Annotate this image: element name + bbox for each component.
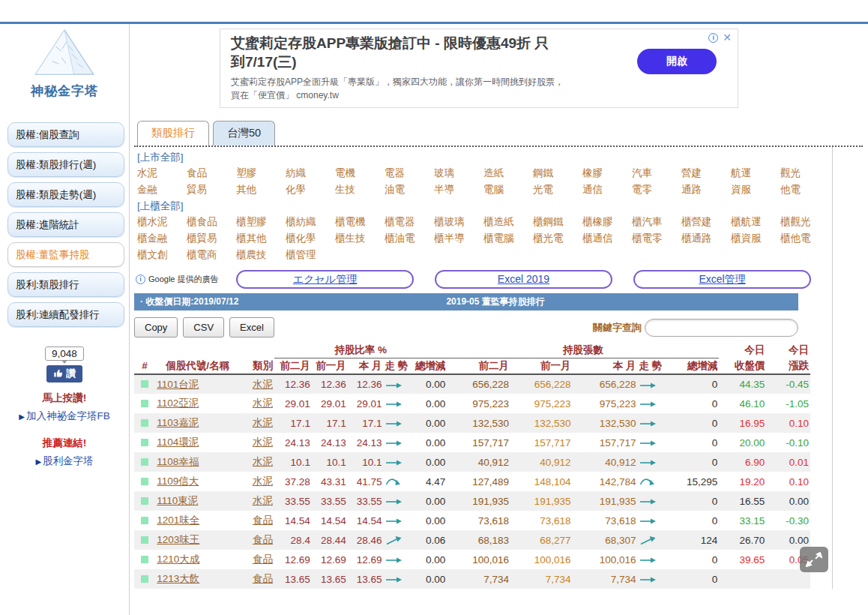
category-cell-link[interactable]: 食品 (253, 573, 273, 584)
category-link[interactable]: 營建 (681, 165, 731, 182)
row-marker-icon[interactable] (141, 400, 148, 407)
col-header-ratio-trend[interactable]: 走 勢 (384, 358, 409, 375)
col-header-ratio-m0[interactable]: 本 月 (348, 358, 384, 375)
category-cell-link[interactable]: 食品 (253, 514, 273, 526)
category-link[interactable]: 水泥 (137, 165, 187, 182)
category-link[interactable]: 塑膠 (236, 165, 286, 182)
col-header-index[interactable]: # (134, 358, 155, 375)
copy-button[interactable]: Copy (134, 317, 178, 338)
category-cell-link[interactable]: 水泥 (253, 495, 273, 506)
excel-button[interactable]: Excel (229, 317, 274, 338)
category-link[interactable]: 櫃橡膠 (582, 214, 632, 230)
col-header-category[interactable]: 類別 (240, 358, 274, 375)
category-link[interactable]: 他電 (780, 182, 830, 198)
category-link[interactable]: 通信 (582, 182, 632, 198)
expand-icon[interactable] (800, 547, 828, 572)
csv-button[interactable]: CSV (183, 317, 224, 338)
ad-open-button[interactable]: 開啟 (637, 49, 717, 74)
col-header-ratio-m1[interactable]: 前一月 (312, 358, 348, 375)
category-link[interactable]: 觀光 (780, 165, 830, 182)
category-link[interactable]: 櫃管理 (286, 247, 335, 263)
category-cell-link[interactable]: 食品 (253, 534, 273, 545)
category-link[interactable]: 櫃電機 (335, 214, 385, 230)
category-cell-link[interactable]: 水泥 (253, 417, 273, 428)
stock-link[interactable]: 1103嘉泥 (157, 417, 199, 428)
category-cell-link[interactable]: 水泥 (253, 476, 273, 487)
category-link[interactable]: 食品 (187, 165, 236, 182)
facebook-join-link[interactable]: ▶加入神祕金字塔FB (0, 410, 129, 423)
row-marker-icon[interactable] (141, 556, 148, 563)
category-link[interactable]: 櫃鋼鐵 (533, 214, 582, 230)
category-link[interactable]: 橡膠 (582, 165, 632, 182)
category-link[interactable]: 化學 (286, 182, 335, 198)
row-marker-icon[interactable] (141, 439, 148, 446)
col-header-shares-trend[interactable]: 走 勢 (638, 358, 666, 375)
ad-pill-link[interactable]: Excel管理 (633, 270, 811, 289)
category-link[interactable]: 櫃紡織 (286, 214, 335, 230)
category-link[interactable]: 櫃光電 (533, 230, 582, 247)
category-link[interactable]: 櫃水泥 (137, 214, 187, 230)
category-link[interactable]: 鋼鐵 (533, 165, 582, 182)
like-button[interactable]: 讚 (46, 365, 82, 382)
sidebar-item[interactable]: 股利:連續配發排行 (7, 302, 124, 327)
ad-pill-link[interactable]: エクセル管理 (236, 270, 414, 289)
row-marker-icon[interactable] (141, 517, 148, 524)
category-link[interactable]: 櫃電零 (632, 230, 681, 247)
category-link[interactable]: 櫃電腦 (483, 230, 533, 247)
stock-link[interactable]: 1213大飲 (157, 573, 199, 584)
category-link[interactable]: 櫃觀光 (780, 214, 830, 230)
stock-link[interactable]: 1102亞泥 (157, 398, 199, 409)
category-link[interactable]: 半導 (434, 182, 483, 198)
category-link[interactable]: 櫃半導 (434, 230, 483, 247)
category-link[interactable]: 造紙 (483, 165, 533, 182)
ad-title[interactable]: 艾蜜莉定存股APP專業版搶訂中 - 限時優惠49折 只到7/17(三) (231, 34, 647, 71)
sidebar-item[interactable]: 股權:類股排行(週) (7, 152, 124, 177)
ad-pill-link[interactable]: Excel 2019 (435, 270, 612, 289)
category-link[interactable]: 玻璃 (434, 165, 483, 182)
sidebar-item[interactable]: 股權:進階統計 (7, 212, 124, 237)
col-header-shares-change[interactable]: 總增減 (665, 358, 719, 375)
category-link[interactable]: 櫃文創 (137, 247, 187, 263)
stock-link[interactable]: 1101台泥 (157, 379, 199, 390)
stock-link[interactable]: 1110東泥 (157, 495, 198, 506)
ad-info-icon[interactable]: i (708, 33, 718, 43)
category-link[interactable]: 櫃其他 (236, 230, 286, 247)
category-link[interactable]: 櫃造紙 (483, 214, 533, 230)
col-header-ratio-m2[interactable]: 前二月 (274, 358, 312, 375)
col-header-shares-m0[interactable]: 本 月 (573, 358, 638, 375)
category-link[interactable]: 金融 (137, 182, 187, 198)
stock-link[interactable]: 1104環泥 (157, 436, 199, 448)
category-link[interactable]: 櫃生技 (335, 230, 385, 247)
category-cell-link[interactable]: 水泥 (253, 456, 273, 467)
category-link[interactable]: 櫃塑膠 (236, 214, 286, 230)
category-cell-link[interactable]: 食品 (253, 554, 273, 565)
row-marker-icon[interactable] (141, 497, 148, 505)
category-link[interactable]: 櫃食品 (187, 214, 236, 230)
stock-link[interactable]: 1203味王 (157, 534, 199, 545)
category-link[interactable]: 油電 (385, 182, 434, 198)
row-marker-icon[interactable] (141, 380, 148, 388)
logo-block[interactable]: 神秘金字塔 (0, 28, 129, 100)
category-link[interactable]: 櫃金融 (137, 230, 187, 247)
category-cell-link[interactable]: 水泥 (253, 398, 273, 409)
row-marker-icon[interactable] (141, 419, 148, 427)
category-link[interactable]: 櫃資服 (731, 230, 780, 247)
category-link[interactable]: 櫃電器 (385, 214, 434, 230)
category-link[interactable]: 電零 (632, 182, 681, 198)
category-link[interactable]: 電腦 (483, 182, 533, 198)
category-link[interactable]: 資服 (731, 182, 780, 198)
category-link[interactable]: 光電 (533, 182, 582, 198)
category-link[interactable]: 櫃營建 (681, 214, 731, 230)
category-cell-link[interactable]: 水泥 (253, 379, 273, 390)
category-link[interactable]: 櫃通信 (582, 230, 632, 247)
category-link[interactable]: 櫃電商 (187, 247, 236, 263)
category-link[interactable]: 電器 (385, 165, 434, 182)
category-link[interactable]: 生技 (335, 182, 385, 198)
dividend-pyramid-link[interactable]: ▶股利金字塔 (0, 454, 129, 468)
col-header-price-change[interactable]: 漲跌 (766, 358, 810, 375)
sidebar-item[interactable]: 股權:個股查詢 (7, 122, 124, 147)
category-link[interactable]: 櫃玻璃 (434, 214, 483, 230)
category-link[interactable]: 櫃油電 (385, 230, 434, 247)
col-header-shares-m2[interactable]: 前二月 (447, 358, 510, 375)
col-header-shares-m1[interactable]: 前一月 (510, 358, 573, 375)
